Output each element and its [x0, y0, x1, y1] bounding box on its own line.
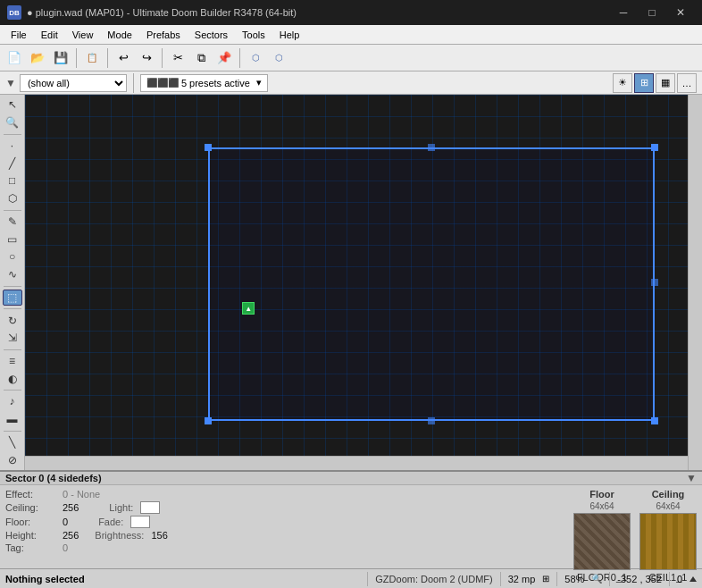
close-button[interactable]: ✕	[666, 0, 695, 25]
horizontal-scrollbar[interactable]	[25, 456, 688, 470]
thing-button-1[interactable]: ⬡	[245, 47, 266, 69]
status-sep-4	[609, 572, 610, 586]
undo-button[interactable]: ↩	[113, 47, 134, 69]
save-button[interactable]: 💾	[50, 47, 71, 69]
sector-title: Sector 0 (4 sidedefs)	[5, 473, 102, 483]
rect-tool[interactable]: ▭	[3, 231, 22, 248]
tag-label: Tag:	[5, 542, 59, 553]
circle-tool[interactable]: ○	[3, 248, 22, 265]
grid-view-button[interactable]: ⊞	[634, 73, 654, 93]
height-label: Height:	[5, 530, 59, 541]
menu-file[interactable]: File	[4, 28, 34, 42]
lt-sep-4	[4, 308, 21, 309]
status-sep-5	[669, 572, 670, 586]
light-label: Light:	[109, 502, 133, 513]
menu-edit[interactable]: Edit	[34, 28, 65, 42]
filter-select[interactable]: (show all)	[20, 74, 127, 92]
map-canvas[interactable]: ▲	[25, 95, 702, 470]
status-sep-2	[500, 572, 501, 586]
vertex-tl	[205, 144, 212, 151]
angle-value: 0	[677, 574, 682, 584]
sound-tool[interactable]: ♪	[3, 393, 22, 410]
slice-tool[interactable]: ⊘	[3, 451, 22, 468]
menu-tools[interactable]: Tools	[235, 28, 272, 42]
sun-view-button[interactable]: ☀	[613, 73, 632, 93]
menu-prefabs[interactable]: Prefabs	[139, 28, 188, 42]
scale-tool[interactable]: ⇲	[3, 330, 22, 347]
ceiling-label: Ceiling:	[5, 502, 59, 513]
vertex-mr	[651, 279, 658, 286]
select-tool[interactable]: ⬚	[3, 290, 22, 307]
fade-box	[130, 516, 150, 528]
vertex-br	[651, 417, 658, 424]
filterbar-sep	[133, 73, 134, 93]
sector-textures: Floor 64x64 FLOOR0_1 Ceiling 64x64 CEIL1…	[573, 489, 697, 583]
align-tool[interactable]: ≡	[3, 353, 22, 370]
floor-tex-label: Floor	[589, 489, 614, 500]
cut-button[interactable]: ✂	[167, 47, 188, 69]
zoom-level: 58%	[564, 574, 584, 584]
thing-button-2[interactable]: ⬡	[268, 47, 289, 69]
maximize-button[interactable]: □	[638, 0, 666, 25]
minimize-button[interactable]: ─	[609, 0, 638, 25]
fade-label: Fade:	[98, 517, 123, 527]
canvas-area[interactable]: ▲	[25, 95, 702, 470]
titlebar: DB ● plugin.wad (MAP01) - Ultimate Doom …	[0, 0, 702, 25]
presets-button[interactable]: ⬛⬛⬛ 5 presets active ▾	[140, 74, 268, 92]
panel-collapse-button[interactable]: ▼	[686, 472, 697, 484]
vertex-tr	[651, 144, 658, 151]
bottom-panel: Sector 0 (4 sidedefs) ▼ Effect: 0 - None…	[0, 470, 702, 568]
effect-row: Effect: 0 - None	[5, 489, 566, 500]
view-buttons: ☀ ⊞ ▦ …	[613, 73, 697, 93]
tag-row: Tag: 0	[5, 542, 566, 553]
curve-tool[interactable]: ∿	[3, 266, 22, 283]
floor-texture-thumb[interactable]	[573, 513, 631, 570]
zoom-icon[interactable]: 🔍	[591, 574, 602, 584]
zoom-tool[interactable]: 🔍	[3, 114, 22, 131]
filterbar: ▼ (show all) ⬛⬛⬛ 5 presets active ▾ ☀ ⊞ …	[0, 71, 702, 95]
thing-mode-btn[interactable]: ⬡	[3, 190, 22, 207]
redo-button[interactable]: ↪	[136, 47, 157, 69]
map-coordinates: -352 , 352	[617, 574, 662, 584]
menu-view[interactable]: View	[65, 28, 101, 42]
brightness-label: Brightness:	[95, 530, 144, 541]
title-text: ● plugin.wad (MAP01) - Ultimate Doom Bui…	[27, 7, 297, 18]
lt-sep-7	[4, 431, 21, 432]
toolbar-sep-3	[162, 48, 163, 68]
status-sep-3	[556, 572, 557, 586]
menu-sectors[interactable]: Sectors	[188, 28, 235, 42]
line-tool[interactable]: ╲	[3, 433, 22, 450]
brightness-tool[interactable]: ◐	[3, 370, 22, 387]
ceil-texture-thumb[interactable]	[639, 513, 697, 570]
main-area: ↖ 🔍 · ╱ □ ⬡ ✎ ▭ ○ ∿ ⬚ ↻ ⇲ ≡ ◐ ♪ ▬ ╲ ⊘	[0, 95, 702, 470]
light-box	[140, 501, 160, 514]
vertical-scrollbar[interactable]	[688, 95, 702, 470]
flat-tool[interactable]: ▬	[3, 411, 22, 428]
vertex-mode-btn[interactable]: ·	[3, 137, 22, 154]
rotate-tool[interactable]: ↻	[3, 312, 22, 329]
vertex-bl	[205, 417, 212, 424]
brightness-value: 156	[151, 530, 167, 541]
open-button[interactable]: 📂	[27, 47, 48, 69]
copy-button[interactable]: ⧉	[190, 47, 212, 69]
tex-view-button[interactable]: ▦	[656, 73, 675, 93]
lt-sep-6	[4, 390, 21, 391]
script-button[interactable]: 📋	[81, 47, 103, 69]
lt-sep-3	[4, 286, 21, 287]
presets-count: 5	[181, 78, 187, 88]
draw-tool[interactable]: ✎	[3, 213, 22, 230]
lt-sep-2	[4, 210, 21, 211]
sector-mode-btn[interactable]: □	[3, 172, 22, 189]
ceil-tex-label: Ceiling	[652, 489, 685, 500]
floor-texture-group: Floor 64x64 FLOOR0_1	[573, 489, 631, 583]
arrow-tool[interactable]: ↖	[3, 97, 22, 113]
line-mode-btn[interactable]: ╱	[3, 155, 22, 172]
paste-button[interactable]: 📌	[213, 47, 235, 69]
more-view-button[interactable]: …	[677, 73, 697, 93]
new-button[interactable]: 📄	[4, 47, 25, 69]
menu-help[interactable]: Help	[272, 28, 307, 42]
menu-mode[interactable]: Mode	[100, 28, 139, 42]
ceil-texture-group: Ceiling 64x64 CEIL1_1	[639, 489, 697, 583]
effect-value: 0 - None	[63, 489, 100, 500]
presets-icon: ⬛⬛⬛	[146, 78, 179, 88]
